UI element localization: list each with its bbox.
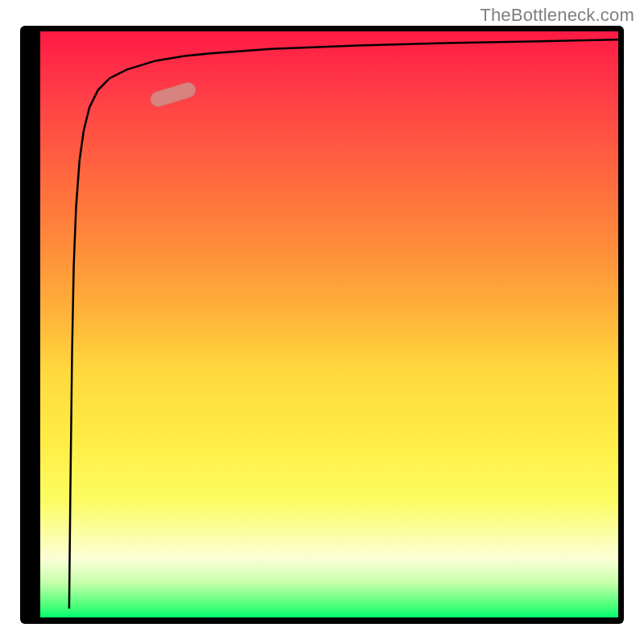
plot-area — [40, 31, 618, 617]
site-title[interactable]: TheBottleneck.com — [480, 5, 634, 26]
performance-curve — [40, 31, 618, 617]
chart-frame — [20, 26, 624, 624]
performance-curve-path — [69, 39, 618, 609]
